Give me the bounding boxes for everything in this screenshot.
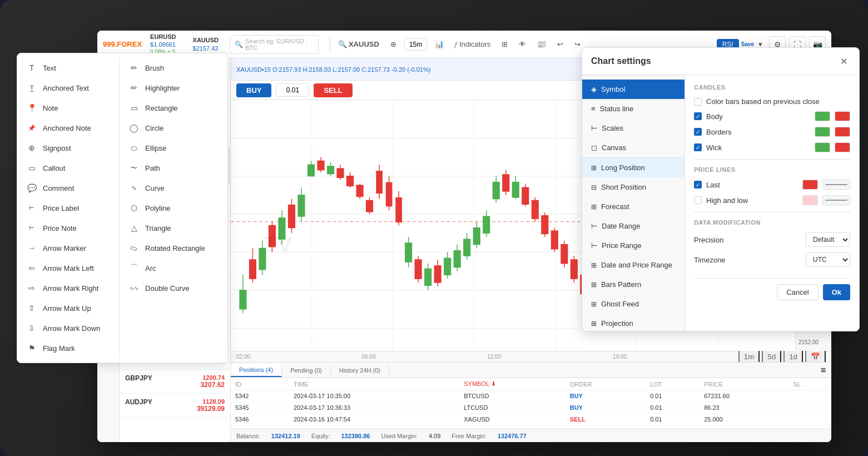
sidebar-item-long-position[interactable]: ⊞ Long Position bbox=[582, 157, 685, 177]
news-btn[interactable]: 📰 bbox=[534, 38, 549, 51]
anchored-note-icon: 📌 bbox=[26, 122, 37, 133]
comment-tool-item[interactable]: 💬 Comment bbox=[17, 178, 119, 198]
color-bars-checkbox[interactable] bbox=[694, 98, 702, 106]
svg-rect-17 bbox=[250, 260, 256, 279]
body-color-red[interactable] bbox=[835, 111, 850, 121]
arrow-mark-right-tool-item[interactable]: ⇨ Arrow Mark Right bbox=[17, 278, 119, 298]
add-symbol-btn[interactable]: ⊕ bbox=[387, 38, 400, 51]
orders-menu[interactable]: ≡ bbox=[815, 365, 831, 375]
table-row[interactable]: 5342 2024-03-17 10:35:00 BTCUSD BUY 0.01… bbox=[231, 390, 831, 402]
polyline-tool-item[interactable]: ⬡ Polyline bbox=[120, 198, 227, 218]
triangle-label: Triangle bbox=[145, 224, 171, 232]
wick-color-green[interactable] bbox=[815, 142, 830, 152]
arc-tool-item[interactable]: ⌒ Arc bbox=[120, 258, 227, 278]
svg-rect-33 bbox=[328, 166, 334, 174]
anchored-note-tool-item[interactable]: 📌 Anchored Note bbox=[17, 118, 119, 138]
sidebar-item-ghost-feed[interactable]: ⊞ Ghost Feed bbox=[582, 294, 685, 314]
brush-tool-item[interactable]: ✏ Brush bbox=[120, 58, 227, 78]
borders-color-green[interactable] bbox=[815, 127, 830, 137]
timeframe-btn[interactable]: 15m bbox=[404, 38, 427, 51]
arrow-mark-down-tool-item[interactable]: ⇩ Arrow Mark Down bbox=[17, 318, 119, 338]
sidebar-item-status-line[interactable]: ≡ Status line bbox=[582, 99, 685, 118]
sidebar-item-price-range[interactable]: ⊢ Price Range bbox=[582, 236, 685, 255]
body-color-green[interactable] bbox=[815, 111, 830, 121]
callout-tool-item[interactable]: ▭ Callout bbox=[17, 158, 119, 178]
wick-color-red[interactable] bbox=[835, 142, 850, 152]
arrow-down-icon: ⇩ bbox=[26, 323, 37, 334]
timezone-select[interactable]: UTC bbox=[806, 252, 850, 267]
precision-select[interactable]: Default bbox=[806, 232, 850, 247]
curve-icon: ∿ bbox=[128, 182, 140, 194]
anchored-text-tool-item[interactable]: T̲ Anchored Text bbox=[17, 78, 119, 98]
price-note-tool-item[interactable]: ⊢ Price Note bbox=[17, 218, 119, 238]
save-label[interactable]: Save bbox=[741, 41, 754, 47]
color-bars-row: Color bars based on previous close bbox=[694, 97, 850, 106]
table-row[interactable]: 5346 2024-03-16 10:47:54 XAGUSD SELL 0.0… bbox=[231, 414, 831, 425]
drawing-tools-col-left: T Text T̲ Anchored Text 📍 Note 📌 Anchore… bbox=[17, 58, 120, 358]
sidebar-item-short-position[interactable]: ⊟ Short Position bbox=[582, 177, 685, 197]
arrow-marker-tool-item[interactable]: → Arrow Marker bbox=[17, 238, 119, 258]
wick-checkbox[interactable]: ✓ bbox=[694, 143, 702, 151]
sidebar-item-date-range[interactable]: ⊢ Date Range bbox=[582, 216, 685, 236]
last-checkbox[interactable]: ✓ bbox=[694, 181, 702, 189]
sidebar-item-scales[interactable]: ⊢ Scales bbox=[582, 118, 685, 138]
settings-close-btn[interactable]: ✕ bbox=[837, 54, 850, 68]
svg-rect-35 bbox=[337, 168, 344, 177]
arrow-mark-up-tool-item[interactable]: ⇧ Arrow Mark Up bbox=[17, 298, 119, 318]
undo-btn[interactable]: ↩ bbox=[554, 38, 567, 51]
high-low-checkbox[interactable] bbox=[694, 196, 702, 204]
last-line-style[interactable] bbox=[822, 180, 850, 190]
svg-rect-69 bbox=[503, 175, 509, 191]
double-curve-tool-item[interactable]: ∿∿ Double Curve bbox=[120, 278, 227, 298]
sidebar-item-symbol[interactable]: ◈ Symbol bbox=[582, 80, 685, 99]
layouts-btn[interactable]: ⊞ bbox=[498, 38, 511, 51]
table-row[interactable]: 5345 2024-03-17 10:36:33 LTCUSD BUY 0.01… bbox=[231, 402, 831, 414]
highlighter-tool-item[interactable]: ✏ Highlighter bbox=[120, 78, 227, 98]
body-checkbox[interactable]: ✓ bbox=[694, 112, 702, 120]
note-tool-item[interactable]: 📍 Note bbox=[17, 98, 119, 118]
rectangle-tool-item[interactable]: ▭ Rectangle bbox=[120, 98, 227, 118]
sidebar-item-bars-pattern[interactable]: ⊞ Bars Pattern bbox=[582, 275, 685, 294]
curve-tool-item[interactable]: ∿ Curve bbox=[120, 178, 227, 198]
flag-mark-tool-item[interactable]: ⚑ Flag Mark bbox=[17, 338, 119, 358]
sidebar-item-canvas[interactable]: ◻ Canvas bbox=[582, 138, 685, 157]
path-tool-item[interactable]: 〜 Path bbox=[120, 158, 227, 178]
high-low-color[interactable] bbox=[802, 195, 818, 205]
text-tool-item[interactable]: T Text bbox=[17, 58, 119, 78]
header-xauusd[interactable]: XAUUSD $2157.43 bbox=[193, 36, 219, 52]
search-symbol-btn[interactable]: 🔍 XAUUSD bbox=[335, 38, 383, 51]
search-bar[interactable]: 🔍 Search eg: EUR/USD , BTC bbox=[230, 35, 319, 54]
comment-icon: 💬 bbox=[26, 182, 37, 194]
buy-button[interactable]: BUY bbox=[236, 83, 271, 97]
last-color[interactable] bbox=[802, 180, 818, 190]
sidebar-item-date-price-range[interactable]: ⊞ Date and Price Range bbox=[582, 255, 685, 275]
sell-button[interactable]: SELL bbox=[314, 83, 352, 97]
circle-tool-item[interactable]: ◯ Circle bbox=[120, 118, 227, 138]
watchlist-btn[interactable]: 👁 bbox=[515, 38, 529, 51]
arrow-mark-left-tool-item[interactable]: ⇦ Arrow Mark Left bbox=[17, 258, 119, 278]
chart-type-btn[interactable]: 📊 bbox=[431, 38, 447, 51]
triangle-tool-item[interactable]: △ Triangle bbox=[120, 218, 227, 238]
indicators-btn[interactable]: 𝑓 Indicators bbox=[452, 38, 494, 51]
positions-tab[interactable]: Positions (4) bbox=[231, 364, 282, 377]
borders-color-red[interactable] bbox=[835, 127, 850, 137]
ok-button[interactable]: Ok bbox=[823, 284, 850, 300]
lot-input[interactable] bbox=[276, 83, 309, 97]
history-tab[interactable]: History 24H (0) bbox=[331, 364, 389, 376]
sidebar-item-projection[interactable]: ⊞ Projection bbox=[582, 314, 685, 331]
ellipse-label: Ellipse bbox=[145, 144, 166, 152]
signpost-tool-item[interactable]: ⊕ Signpost bbox=[17, 138, 119, 158]
price-label-tool-item[interactable]: ⊢ Price Label bbox=[17, 198, 119, 218]
bars-pattern-icon: ⊞ bbox=[591, 281, 597, 289]
list-item[interactable]: AUDJPY 1128.09 39129.09 bbox=[120, 394, 230, 418]
rotated-rectangle-tool-item[interactable]: ▭ Rotated Rectangle bbox=[120, 238, 227, 258]
list-item[interactable]: GBPJPY 1200.74 3207.62 bbox=[120, 370, 230, 394]
logo-text: 999. bbox=[103, 40, 117, 48]
borders-checkbox[interactable]: ✓ bbox=[694, 128, 702, 136]
sidebar-item-forecast[interactable]: ⊞ Forecast bbox=[582, 197, 685, 216]
ellipse-tool-item[interactable]: ⬭ Ellipse bbox=[120, 138, 227, 158]
high-low-line-style[interactable] bbox=[822, 195, 850, 205]
pending-tab[interactable]: Pending (0) bbox=[282, 364, 331, 376]
arrow-right-icon: ⇨ bbox=[26, 282, 37, 294]
cancel-button[interactable]: Cancel bbox=[777, 284, 818, 300]
